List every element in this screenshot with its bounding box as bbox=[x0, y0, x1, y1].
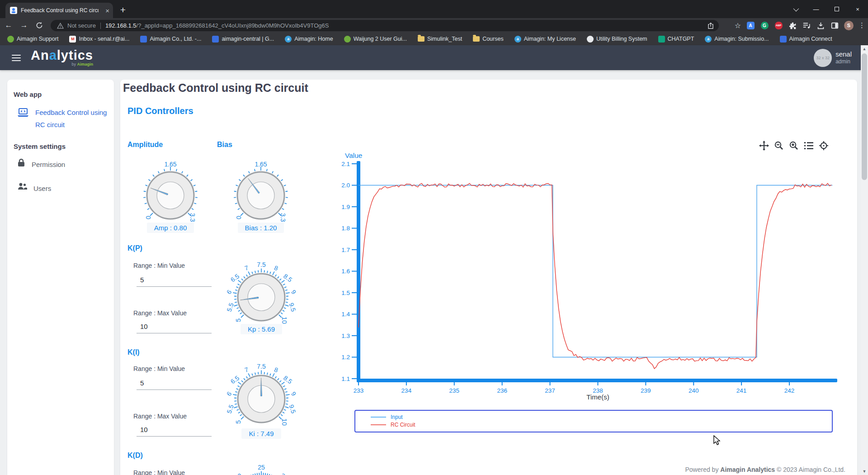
ki-min-label: Range : Min Value bbox=[133, 365, 185, 372]
kd-min-label: Range : Min Value bbox=[133, 469, 185, 475]
bookmark-item[interactable]: Courses bbox=[473, 36, 504, 42]
ki-min-input[interactable] bbox=[137, 376, 212, 390]
sidebar-item-label: Users bbox=[33, 182, 51, 195]
pid-chart[interactable]: 1.11.21.31.41.51.61.71.81.92.02.12332342… bbox=[337, 147, 844, 401]
sidebar-group-webapp: Web app bbox=[14, 90, 108, 98]
side-panel-icon[interactable] bbox=[830, 21, 839, 30]
ki-title: K(I) bbox=[127, 348, 140, 356]
legend-item-input[interactable]: Input bbox=[371, 414, 832, 420]
scroll-up-icon[interactable]: ▲ bbox=[861, 45, 868, 52]
bookmark-item[interactable]: MInbox - senal.r@ai... bbox=[69, 36, 129, 43]
bookmark-item[interactable]: aAimagin: Submissio... bbox=[705, 36, 769, 43]
profile-avatar[interactable]: S bbox=[844, 21, 854, 30]
svg-text:1.65: 1.65 bbox=[164, 161, 176, 168]
sidebar-item-permission[interactable]: Permission bbox=[17, 158, 108, 171]
bookmark-item[interactable]: CHATGPT bbox=[658, 36, 694, 43]
bookmarks-bar: Aimagin SupportMInbox - senal.r@ai...Aim… bbox=[0, 33, 868, 45]
kp-min-input[interactable] bbox=[137, 273, 212, 287]
kd-title: K(D) bbox=[127, 451, 143, 460]
reload-button[interactable] bbox=[33, 19, 46, 32]
legend-item-rc-circuit[interactable]: RC Circuit bbox=[371, 422, 832, 428]
grammarly-extension-icon[interactable]: G bbox=[760, 21, 769, 30]
bookmark-item[interactable]: aAimagin: My License bbox=[514, 36, 576, 43]
svg-text:242: 242 bbox=[784, 387, 795, 394]
svg-text:8.5: 8.5 bbox=[282, 272, 293, 284]
svg-text:3.3: 3.3 bbox=[279, 213, 287, 222]
user-menu[interactable]: 32 x 32 senal admin bbox=[814, 49, 852, 67]
new-tab-button[interactable]: + bbox=[117, 4, 129, 16]
browser-tab[interactable]: Feedback Control using RC circui × bbox=[5, 3, 113, 18]
svg-text:241: 241 bbox=[736, 387, 747, 394]
blue-doc-favicon-icon bbox=[780, 36, 787, 43]
share-icon[interactable] bbox=[707, 22, 714, 29]
kp-max-input[interactable] bbox=[137, 320, 212, 333]
ki-max-label: Range : Max Value bbox=[133, 413, 187, 420]
bookmark-item[interactable]: Waijung 2 User Gui... bbox=[344, 36, 407, 43]
bookmark-item[interactable]: aimagin-central | G... bbox=[212, 36, 274, 43]
address-bar[interactable]: Not secure 192.168.1.5 /?_appId=app_1688… bbox=[51, 20, 719, 31]
back-button[interactable]: ← bbox=[2, 19, 15, 32]
svg-text:10: 10 bbox=[281, 317, 288, 324]
main-content: Feedback Control using RC circuit PID Co… bbox=[120, 80, 857, 475]
svg-text:1.9: 1.9 bbox=[341, 204, 350, 210]
bookmark-star-icon[interactable]: ☆ bbox=[735, 21, 741, 30]
forward-button[interactable]: → bbox=[17, 19, 31, 32]
input-line-swatch bbox=[371, 417, 386, 418]
translate-extension-icon[interactable]: A bbox=[746, 21, 755, 30]
svg-text:1.65: 1.65 bbox=[255, 161, 267, 168]
svg-text:9: 9 bbox=[290, 390, 298, 398]
sidebar-item-label: Permission bbox=[32, 158, 65, 171]
tab-search-chevron-icon[interactable] bbox=[785, 0, 806, 18]
svg-text:1.4: 1.4 bbox=[341, 311, 350, 318]
lock-icon bbox=[17, 158, 25, 167]
hamburger-menu-icon[interactable] bbox=[12, 55, 21, 61]
legend-label: RC Circuit bbox=[391, 422, 415, 428]
section-title: PID Controllers bbox=[127, 106, 193, 116]
svg-text:10: 10 bbox=[281, 418, 288, 426]
sidebar: Web app Feedback Control using RC circui… bbox=[7, 80, 114, 475]
bookmark-item[interactable]: Simulink_Test bbox=[418, 36, 462, 42]
window-controls: — × bbox=[785, 0, 868, 18]
svg-text:8: 8 bbox=[274, 264, 279, 272]
bookmark-item[interactable]: Aimagin Connect bbox=[780, 36, 832, 43]
svg-text:5: 5 bbox=[235, 420, 242, 424]
gmail-favicon-icon: M bbox=[69, 36, 76, 43]
svg-text:236: 236 bbox=[497, 387, 507, 394]
bookmark-item[interactable]: Aimagin Co., Ltd. -... bbox=[140, 36, 201, 43]
ki-max-input[interactable] bbox=[137, 423, 212, 437]
bookmark-label: Simulink_Test bbox=[427, 36, 462, 42]
maximize-button[interactable] bbox=[826, 0, 847, 18]
kd-knob[interactable]: 202530 bbox=[221, 459, 302, 475]
downloads-icon[interactable] bbox=[816, 21, 825, 30]
x-axis-label: Time(s) bbox=[586, 393, 609, 401]
input-series bbox=[359, 185, 832, 357]
rc-circuit-series bbox=[359, 183, 831, 368]
sidebar-item-feedback-control[interactable]: Feedback Control using RC circuit bbox=[17, 106, 108, 131]
bookmark-item[interactable]: Aimagin Support bbox=[7, 36, 58, 43]
ki-knob[interactable]: 55.566.577.588.599.510 bbox=[221, 358, 302, 440]
svg-text:1.5: 1.5 bbox=[341, 290, 350, 296]
bookmark-item[interactable]: aAimagin: Home bbox=[285, 36, 333, 43]
bookmark-label: CHATGPT bbox=[668, 36, 694, 42]
page-scrollbar[interactable]: ▲ ▼ bbox=[861, 45, 868, 475]
minimize-button[interactable]: — bbox=[806, 0, 826, 18]
svg-text:240: 240 bbox=[689, 387, 699, 394]
adblock-extension-icon[interactable]: ABP bbox=[774, 21, 783, 30]
y-axis bbox=[357, 161, 360, 382]
svg-text:239: 239 bbox=[641, 387, 651, 394]
bookmark-label: Aimagin: My License bbox=[524, 36, 576, 42]
close-window-button[interactable]: × bbox=[847, 0, 868, 18]
extensions-puzzle-icon[interactable] bbox=[788, 21, 797, 30]
sidebar-item-label: Feedback Control using RC circuit bbox=[35, 106, 108, 131]
bookmark-label: Utility Billing System bbox=[596, 36, 647, 42]
scroll-down-icon[interactable]: ▼ bbox=[861, 468, 868, 475]
omnibox-divider bbox=[100, 23, 101, 29]
scrollbar-thumb[interactable] bbox=[862, 53, 867, 180]
sidebar-item-users[interactable]: Users bbox=[17, 182, 108, 195]
bookmark-item[interactable]: Utility Billing System bbox=[587, 36, 647, 43]
playlist-extension-icon[interactable] bbox=[802, 21, 811, 30]
url-path: /?_appId=app_1688992681642_cV4oUIxnj89bd… bbox=[137, 22, 329, 29]
users-icon bbox=[17, 182, 27, 190]
browser-menu-icon[interactable]: ⋮ bbox=[859, 21, 865, 29]
tab-close-icon[interactable]: × bbox=[105, 7, 109, 14]
